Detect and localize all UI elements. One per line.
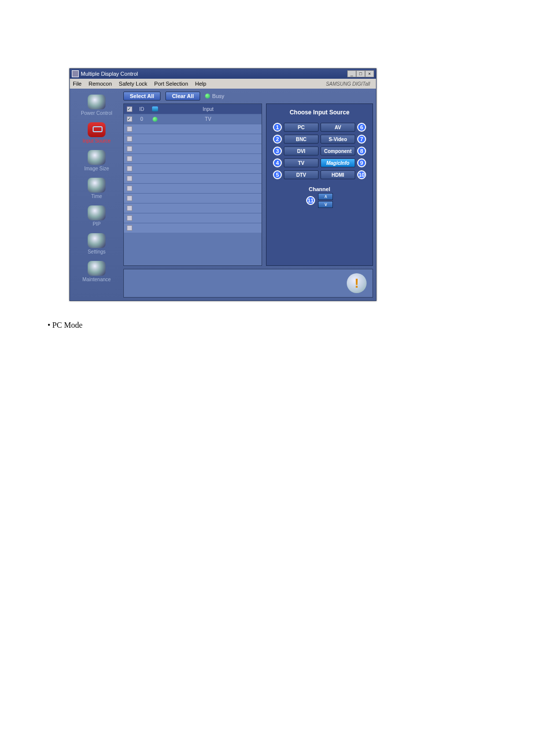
row-checkbox[interactable]: [127, 136, 132, 142]
header-status-icon: [152, 106, 158, 111]
source-button-tv[interactable]: TV: [284, 158, 319, 167]
table-row[interactable]: [124, 203, 262, 213]
row-checkbox[interactable]: [127, 215, 132, 221]
table-row[interactable]: [124, 124, 262, 134]
callout-9: 9: [357, 158, 366, 167]
row-input: TV: [161, 116, 255, 122]
source-button-pc[interactable]: PC: [284, 123, 319, 132]
doc-bullet-pc-mode: • PC Mode: [48, 321, 83, 330]
sidebar-item-pip[interactable]: PIP: [73, 202, 120, 229]
sidebar-item-label: Input Source: [83, 138, 111, 144]
row-checkbox[interactable]: [127, 166, 132, 171]
table-row[interactable]: [124, 223, 262, 233]
header-id: ID: [135, 106, 149, 112]
sidebar-item-label: Time: [91, 194, 102, 199]
callout-6: 6: [357, 123, 366, 132]
sidebar-item-maintenance[interactable]: Maintenance: [73, 258, 120, 285]
brand-label: SAMSUNG DIGITall: [326, 81, 373, 87]
select-all-button[interactable]: Select All: [123, 92, 160, 101]
panel-title: Choose Input Source: [270, 109, 369, 116]
channel-label: Channel: [309, 186, 330, 192]
maximize-button[interactable]: □: [356, 70, 365, 77]
header-checkbox[interactable]: [127, 106, 132, 112]
app-icon: [72, 70, 79, 77]
clear-all-button[interactable]: Clear All: [165, 92, 200, 101]
app-body: Power Control Input Source Image Size Ti…: [70, 89, 376, 301]
minimize-button[interactable]: _: [347, 70, 356, 77]
sidebar-item-label: Settings: [88, 249, 106, 254]
sidebar-item-power-control[interactable]: Power Control: [73, 92, 120, 118]
table-row[interactable]: [124, 173, 262, 183]
source-grid: 1PCAV62BNCS-Video73DVIComponent84TVMagic…: [270, 123, 369, 179]
time-icon: [88, 178, 106, 193]
app-window: Multiple Display Control _ □ × File Remo…: [69, 68, 376, 301]
channel-down-button[interactable]: ∨: [318, 201, 333, 208]
callout-7: 7: [357, 135, 366, 144]
source-button-av[interactable]: AV: [321, 123, 355, 132]
callout-5: 5: [273, 170, 282, 179]
busy-label: Busy: [212, 93, 224, 99]
power-icon: [88, 95, 106, 109]
source-button-hdmi[interactable]: HDMI: [321, 170, 355, 179]
callout-8: 8: [357, 147, 366, 155]
table-row[interactable]: [124, 144, 262, 153]
row-checkbox[interactable]: [127, 156, 132, 161]
row-checkbox[interactable]: [127, 146, 132, 151]
table-row[interactable]: [124, 153, 262, 163]
sidebar-item-label: Image Size: [84, 166, 109, 171]
sidebar-item-image-size[interactable]: Image Size: [73, 147, 120, 174]
row-id: 0: [135, 116, 149, 122]
table-row[interactable]: [124, 213, 262, 223]
sidebar-item-time[interactable]: Time: [73, 175, 120, 202]
menu-remocon[interactable]: Remocon: [89, 81, 112, 87]
header-input: Input: [161, 106, 255, 112]
display-grid: ID Input 0TV: [123, 103, 262, 266]
source-button-s-video[interactable]: S-Video: [321, 135, 355, 144]
source-button-bnc[interactable]: BNC: [284, 135, 319, 144]
channel-block: Channel 11 ∧ ∨: [270, 186, 369, 208]
status-on-icon: [153, 117, 158, 122]
row-checkbox[interactable]: [127, 205, 132, 211]
titlebar[interactable]: Multiple Display Control _ □ ×: [70, 69, 376, 79]
sidebar-item-label: Maintenance: [82, 277, 110, 282]
busy-dot-icon: [205, 94, 210, 99]
channel-up-button[interactable]: ∧: [318, 193, 333, 200]
source-button-magicinfo[interactable]: MagicInfo: [321, 158, 355, 167]
table-row[interactable]: [124, 134, 262, 144]
sidebar-item-label: Power Control: [81, 110, 112, 116]
main-area: Select All Clear All Busy ID Input: [123, 92, 373, 298]
image-size-icon: [88, 150, 106, 165]
source-button-dvi[interactable]: DVI: [284, 147, 319, 155]
alert-icon: !: [347, 273, 367, 293]
table-row[interactable]: 0TV: [124, 114, 262, 124]
sidebar-item-label: PIP: [93, 221, 101, 227]
sidebar-item-settings[interactable]: Settings: [73, 230, 120, 257]
row-checkbox[interactable]: [127, 225, 132, 231]
table-row[interactable]: [124, 163, 262, 173]
row-checkbox[interactable]: [127, 196, 132, 201]
row-checkbox[interactable]: [127, 116, 132, 122]
callout-11: 11: [306, 196, 315, 205]
footer-bar: !: [123, 269, 373, 298]
table-row[interactable]: [124, 183, 262, 193]
window-title: Multiple Display Control: [81, 71, 347, 77]
window-controls: _ □ ×: [347, 70, 374, 77]
source-button-dtv[interactable]: DTV: [284, 170, 319, 179]
table-row[interactable]: [124, 193, 262, 203]
callout-4: 4: [273, 158, 282, 167]
menu-file[interactable]: File: [73, 81, 82, 87]
menu-port-selection[interactable]: Port Selection: [154, 81, 188, 87]
menu-help[interactable]: Help: [195, 81, 207, 87]
close-button[interactable]: ×: [365, 70, 374, 77]
row-checkbox[interactable]: [127, 186, 132, 191]
source-button-component[interactable]: Component: [321, 147, 355, 155]
row-checkbox[interactable]: [127, 126, 132, 132]
toolbar: Select All Clear All Busy: [123, 92, 373, 101]
sidebar-item-input-source[interactable]: Input Source: [73, 119, 120, 146]
settings-icon: [88, 233, 106, 248]
row-checkbox[interactable]: [127, 176, 132, 181]
callout-2: 2: [273, 135, 282, 144]
menubar: File Remocon Safety Lock Port Selection …: [70, 79, 376, 89]
content-row: ID Input 0TV Choose Input Source 1PCAV62…: [123, 103, 373, 266]
menu-safety-lock[interactable]: Safety Lock: [119, 81, 147, 87]
